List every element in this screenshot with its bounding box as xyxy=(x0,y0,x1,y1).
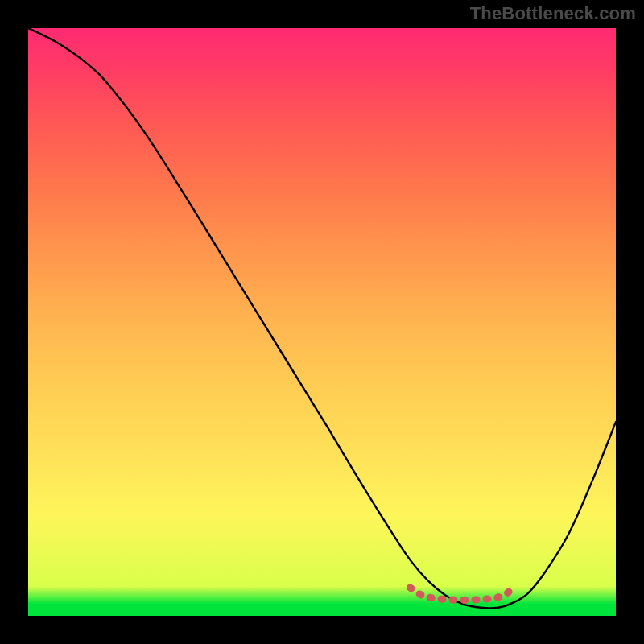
watermark-text: TheBottleneck.com xyxy=(470,3,636,24)
plot-area xyxy=(28,28,616,616)
chart-frame: TheBottleneck.com xyxy=(0,0,644,644)
chart-svg xyxy=(28,28,616,616)
bottleneck-curve-path xyxy=(28,28,616,608)
optimal-zone-path xyxy=(411,588,514,600)
